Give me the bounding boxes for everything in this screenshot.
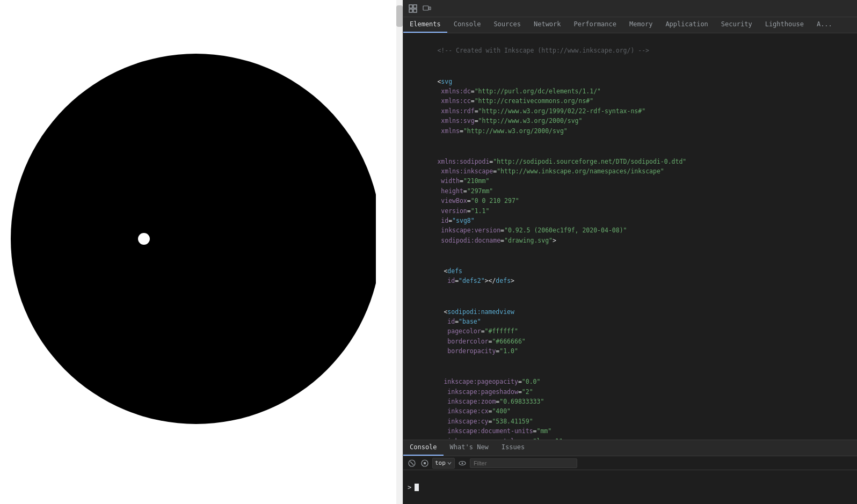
tab-sources[interactable]: Sources bbox=[487, 17, 527, 33]
console-tab-issues[interactable]: Issues bbox=[495, 440, 531, 456]
center-dot bbox=[138, 233, 150, 245]
devtools-toolbar bbox=[403, 0, 857, 17]
svg-rect-0 bbox=[409, 5, 412, 8]
viewport-scrollbar-thumb[interactable] bbox=[396, 5, 403, 27]
namedview-line1: <sodipodi:namedview id="base" pagecolor=… bbox=[403, 296, 857, 367]
defs-line: <defs id="defs2"></defs> bbox=[403, 256, 857, 297]
main-circle bbox=[11, 54, 376, 424]
console-cursor bbox=[415, 484, 419, 491]
svg-rect-5 bbox=[429, 7, 431, 10]
console-tab-whatsnew[interactable]: What's New bbox=[444, 440, 495, 456]
console-tab-console[interactable]: Console bbox=[403, 440, 444, 456]
tab-more[interactable]: A... bbox=[810, 17, 839, 33]
tab-network[interactable]: Network bbox=[527, 17, 568, 33]
context-label: top bbox=[435, 459, 446, 466]
xml-comment-line: <!-- Created with Inkscape (http://www.i… bbox=[403, 35, 857, 66]
svg-rect-9 bbox=[424, 462, 426, 464]
tab-security[interactable]: Security bbox=[715, 17, 759, 33]
svg-open-tag-line1: <svg xmlns:dc="http://purl.org/dc/elemen… bbox=[403, 66, 857, 146]
namedview-line2: inkscape:pageopacity="0.0" inkscape:page… bbox=[403, 367, 857, 440]
inspect-element-button[interactable] bbox=[406, 2, 419, 15]
console-filter-input[interactable] bbox=[470, 458, 577, 468]
device-toolbar-button[interactable] bbox=[420, 2, 433, 15]
browser-viewport bbox=[0, 0, 403, 504]
svg-rect-2 bbox=[409, 9, 412, 12]
console-prompt: > bbox=[408, 484, 411, 491]
console-clear-button[interactable] bbox=[406, 458, 417, 469]
console-tabs: Console What's New Issues bbox=[403, 440, 857, 456]
tab-elements[interactable]: Elements bbox=[403, 17, 447, 33]
viewport-scrollbar[interactable] bbox=[396, 0, 403, 504]
tab-lighthouse[interactable]: Lighthouse bbox=[759, 17, 810, 33]
elements-panel[interactable]: <!-- Created with Inkscape (http://www.i… bbox=[403, 33, 857, 440]
svg-point-11 bbox=[461, 462, 463, 464]
console-input-area[interactable]: > bbox=[403, 470, 857, 504]
svg-rect-1 bbox=[413, 5, 417, 8]
svg-rect-3 bbox=[413, 9, 417, 12]
console-panel: Console What's New Issues bbox=[403, 440, 857, 504]
context-selector[interactable]: top bbox=[432, 458, 455, 469]
svg-line-7 bbox=[410, 462, 413, 465]
svg-open-tag-line2: xmlns:sodipodi="http://sodipodi.sourcefo… bbox=[403, 146, 857, 255]
devtools-panel: Elements Console Sources Network Perform… bbox=[403, 0, 857, 504]
console-stop-button[interactable] bbox=[419, 458, 430, 469]
chevron-down-icon bbox=[447, 461, 452, 466]
devtools-content: <!-- Created with Inkscape (http://www.i… bbox=[403, 33, 857, 504]
tab-memory[interactable]: Memory bbox=[623, 17, 659, 33]
svg-canvas bbox=[0, 0, 376, 462]
tab-console[interactable]: Console bbox=[447, 17, 488, 33]
console-toolbar: top bbox=[403, 456, 857, 470]
svg-rect-4 bbox=[423, 6, 428, 10]
devtools-tabs: Elements Console Sources Network Perform… bbox=[403, 17, 857, 33]
console-eye-button[interactable] bbox=[457, 458, 468, 469]
tab-application[interactable]: Application bbox=[659, 17, 714, 33]
tab-performance[interactable]: Performance bbox=[568, 17, 623, 33]
